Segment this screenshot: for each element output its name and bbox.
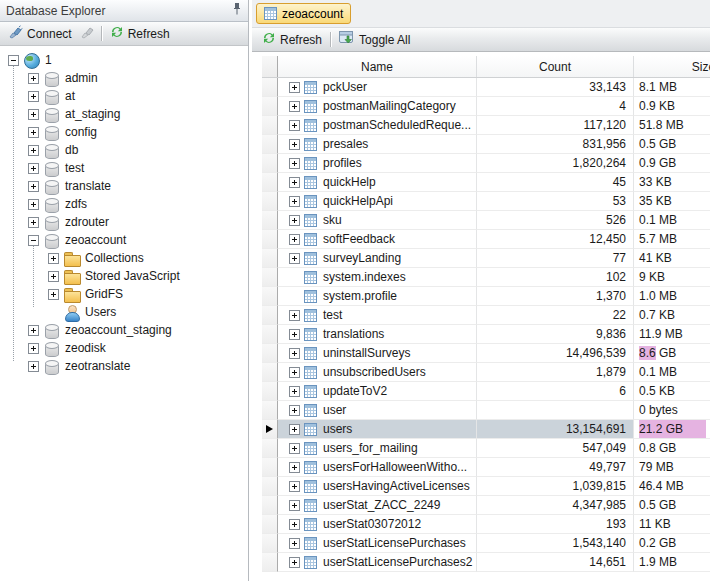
row-selector[interactable] — [262, 420, 278, 439]
table-row-postmanmailingcategory[interactable]: postmanMailingCategory40.9 KB — [262, 97, 710, 116]
cell-name[interactable]: quickHelp — [278, 173, 477, 192]
row-expander-plus-icon[interactable] — [289, 329, 300, 340]
row-selector[interactable] — [262, 230, 278, 249]
tree-expander-plus-icon[interactable] — [28, 217, 39, 228]
cell-count[interactable]: 1,879 — [477, 363, 634, 382]
cell-size[interactable]: 0.9 GB — [634, 154, 710, 173]
row-selector[interactable] — [262, 306, 278, 325]
row-selector[interactable] — [262, 192, 278, 211]
row-selector[interactable] — [262, 173, 278, 192]
cell-count[interactable]: 102 — [477, 268, 634, 287]
table-row-postmanscheduledreque[interactable]: postmanScheduledReque...117,12051.8 MB — [262, 116, 710, 135]
cell-size[interactable]: 0.9 KB — [634, 97, 710, 116]
tree-item-zeoaccount[interactable]: zeoaccount — [0, 231, 248, 249]
cell-name[interactable]: sku — [278, 211, 477, 230]
cell-count[interactable]: 14,496,539 — [477, 344, 634, 363]
tree-expander-plus-icon[interactable] — [28, 181, 39, 192]
row-expander-plus-icon[interactable] — [289, 196, 300, 207]
table-row-softfeedback[interactable]: softFeedback12,4505.7 MB — [262, 230, 710, 249]
row-expander-plus-icon[interactable] — [289, 120, 300, 131]
tree-expander-plus-icon[interactable] — [48, 271, 59, 282]
row-selector[interactable] — [262, 439, 278, 458]
cell-size[interactable]: 0.7 KB — [634, 306, 710, 325]
tree-item-admin[interactable]: admin — [0, 69, 248, 87]
cell-size[interactable]: 1.0 MB — [634, 287, 710, 306]
cell-count[interactable] — [477, 401, 634, 420]
cell-size[interactable]: 51.8 MB — [634, 116, 710, 135]
column-header-size[interactable]: Size — [634, 56, 710, 77]
cell-count[interactable]: 14,651 — [477, 553, 634, 572]
row-selector[interactable] — [262, 534, 278, 553]
cell-name[interactable]: quickHelpApi — [278, 192, 477, 211]
table-row-surveylanding[interactable]: surveyLanding7741 KB — [262, 249, 710, 268]
table-row-usersforhalloweenwitho[interactable]: usersForHalloweenWitho...49,79779 MB — [262, 458, 710, 477]
cell-name[interactable]: unsubscribedUsers — [278, 363, 477, 382]
cell-size[interactable]: 35 KB — [634, 192, 710, 211]
tab-zeoaccount[interactable]: zeoaccount — [256, 3, 351, 24]
table-row-userstat03072012[interactable]: userStat0307201219311 KB — [262, 515, 710, 534]
row-expander-plus-icon[interactable] — [289, 500, 300, 511]
row-selector[interactable] — [262, 515, 278, 534]
cell-count[interactable]: 4 — [477, 97, 634, 116]
table-row-updatetov2[interactable]: updateToV260.5 KB — [262, 382, 710, 401]
tree-expander-plus-icon[interactable] — [28, 91, 39, 102]
table-row-users[interactable]: users13,154,69121.2 GB — [262, 420, 710, 439]
row-expander-plus-icon[interactable] — [289, 424, 300, 435]
row-selector[interactable] — [262, 553, 278, 572]
table-row-userstatlicensepurchases[interactable]: userStatLicensePurchases1,543,1400.2 GB — [262, 534, 710, 553]
row-expander-plus-icon[interactable] — [289, 177, 300, 188]
cell-count[interactable]: 4,347,985 — [477, 496, 634, 515]
tree-expander-plus-icon[interactable] — [28, 163, 39, 174]
cell-count[interactable]: 526 — [477, 211, 634, 230]
toggle-all-button[interactable]: Toggle All — [334, 29, 415, 50]
grid-refresh-button[interactable]: Refresh — [257, 29, 327, 50]
cell-count[interactable]: 13,154,691 — [477, 420, 634, 439]
cell-name[interactable]: usersHavingActiveLicenses — [278, 477, 477, 496]
row-expander-plus-icon[interactable] — [289, 310, 300, 321]
row-selector[interactable] — [262, 477, 278, 496]
tree-item-translate[interactable]: translate — [0, 177, 248, 195]
row-selector[interactable] — [262, 325, 278, 344]
row-expander-plus-icon[interactable] — [289, 139, 300, 150]
row-expander-plus-icon[interactable] — [289, 158, 300, 169]
table-row-system-indexes[interactable]: system.indexes1029 KB — [262, 268, 710, 287]
cell-count[interactable]: 22 — [477, 306, 634, 325]
row-selector[interactable] — [262, 344, 278, 363]
row-expander-plus-icon[interactable] — [289, 215, 300, 226]
tree-item-zeoaccount-staging[interactable]: zeoaccount_staging — [0, 321, 248, 339]
tree-expander-minus-icon[interactable] — [28, 235, 39, 246]
cell-name[interactable]: users — [278, 420, 477, 439]
row-selector[interactable] — [262, 135, 278, 154]
row-expander-plus-icon[interactable] — [289, 519, 300, 530]
tree-expander-plus-icon[interactable] — [28, 127, 39, 138]
cell-count[interactable]: 45 — [477, 173, 634, 192]
table-row-unsubscribedusers[interactable]: unsubscribedUsers1,8790.1 MB — [262, 363, 710, 382]
cell-count[interactable]: 6 — [477, 382, 634, 401]
tree-item-at-staging[interactable]: at_staging — [0, 105, 248, 123]
cell-count[interactable]: 53 — [477, 192, 634, 211]
cell-name[interactable]: users_for_mailing — [278, 439, 477, 458]
cell-size[interactable]: 41 KB — [634, 249, 710, 268]
cell-size[interactable]: 0.1 MB — [634, 363, 710, 382]
row-selector[interactable] — [262, 249, 278, 268]
row-expander-plus-icon[interactable] — [289, 405, 300, 416]
cell-size[interactable]: 79 MB — [634, 458, 710, 477]
row-selector[interactable] — [262, 382, 278, 401]
cell-name[interactable]: userStatLicensePurchases2 — [278, 553, 477, 572]
cell-size[interactable]: 8.6 GB — [634, 344, 710, 363]
cell-name[interactable]: user — [278, 401, 477, 420]
cell-size[interactable]: 0.8 GB — [634, 439, 710, 458]
table-row-uninstallsurveys[interactable]: uninstallSurveys14,496,5398.6 GB — [262, 344, 710, 363]
cell-count[interactable]: 33,143 — [477, 78, 634, 97]
cell-size[interactable]: 0.2 GB — [634, 534, 710, 553]
cell-count[interactable]: 12,450 — [477, 230, 634, 249]
row-expander-plus-icon[interactable] — [289, 386, 300, 397]
cell-name[interactable]: updateToV2 — [278, 382, 477, 401]
tree-item-zeotranslate[interactable]: zeotranslate — [0, 357, 248, 375]
cell-name[interactable]: uninstallSurveys — [278, 344, 477, 363]
cell-count[interactable]: 193 — [477, 515, 634, 534]
row-selector[interactable] — [262, 116, 278, 135]
table-row-userstatlicensepurchases2[interactable]: userStatLicensePurchases214,6511.9 MB — [262, 553, 710, 572]
cell-size[interactable]: 11 KB — [634, 515, 710, 534]
cell-name[interactable]: userStatLicensePurchases — [278, 534, 477, 553]
